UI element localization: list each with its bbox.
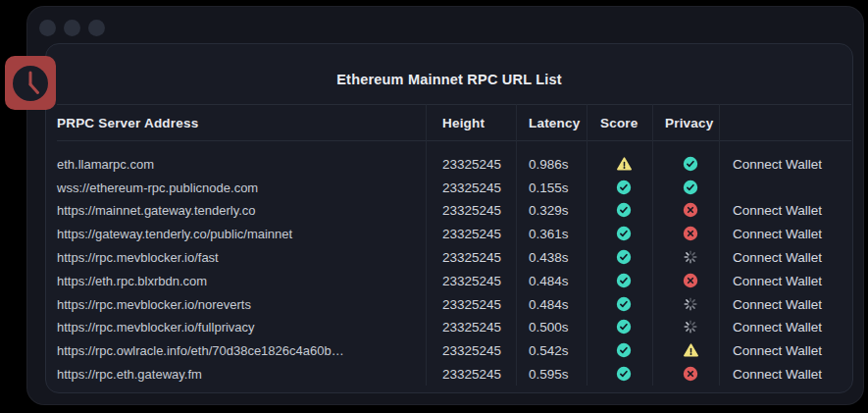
height-value: 23325245 xyxy=(442,273,501,287)
table-header-row: PRPC Server Address Height Latency Score… xyxy=(46,104,852,140)
connect-wallet-button[interactable]: Connect Wallet xyxy=(733,227,822,241)
latency-value: 0.329s xyxy=(529,203,569,218)
table-row: https://rpc.mevblocker.io/noreverts23325… xyxy=(46,292,852,316)
x-circle-icon xyxy=(683,226,698,241)
rpc-list-panel: Ethereum Mainnet RPC URL List PRPC Serve… xyxy=(45,43,853,393)
check-circle-icon xyxy=(616,249,632,265)
connect-wallet-button[interactable]: Connect Wallet xyxy=(733,296,822,311)
server-address: https://mainnet.gateway.tenderly.co xyxy=(57,203,256,218)
check-circle-icon xyxy=(616,366,632,382)
connect-wallet-button[interactable]: Connect Wallet xyxy=(733,273,822,287)
warning-triangle-icon xyxy=(683,342,699,358)
server-address: https://rpc.mevblocker.io/noreverts xyxy=(57,296,251,311)
server-address: https://rpc.owlracle.info/eth/70d38ce182… xyxy=(57,343,344,358)
latency-value: 0.438s xyxy=(529,250,569,265)
check-circle-icon xyxy=(616,273,632,288)
server-address: https://rpc.eth.gateway.fm xyxy=(57,367,202,382)
height-value: 23325245 xyxy=(442,296,501,311)
header-score: Score xyxy=(600,115,638,129)
table-row: https://rpc.mevblocker.io/fast233252450.… xyxy=(46,245,852,269)
server-address: https://rpc.mevblocker.io/fast xyxy=(57,250,219,265)
height-value: 23325245 xyxy=(442,227,501,241)
check-circle-icon xyxy=(616,342,632,358)
height-value: 23325245 xyxy=(442,250,501,265)
header-server-address: PRPC Server Address xyxy=(57,115,198,129)
height-value: 23325245 xyxy=(442,320,501,335)
table-row: https://rpc.owlracle.info/eth/70d38ce182… xyxy=(46,338,852,362)
spinner-icon xyxy=(683,319,698,335)
header-height: Height xyxy=(442,115,485,129)
connect-wallet-button[interactable]: Connect Wallet xyxy=(733,320,822,335)
page-title: Ethereum Mainnet RPC URL List xyxy=(46,72,852,87)
latency-value: 0.986s xyxy=(529,156,569,171)
connect-wallet-button[interactable]: Connect Wallet xyxy=(733,250,822,265)
connect-wallet-button[interactable]: Connect Wallet xyxy=(733,343,822,358)
connect-wallet-button[interactable]: Connect Wallet xyxy=(733,156,822,171)
check-circle-icon xyxy=(616,202,632,218)
x-circle-icon xyxy=(683,202,698,218)
latency-value: 0.484s xyxy=(529,273,569,287)
server-address: https://eth.rpc.blxrbdn.com xyxy=(57,273,207,287)
window-control-dot xyxy=(39,20,56,36)
header-bottom-divider xyxy=(57,140,851,141)
latency-value: 0.500s xyxy=(529,320,569,335)
header-latency: Latency xyxy=(529,115,580,129)
clock-badge-button[interactable] xyxy=(5,56,56,110)
height-value: 23325245 xyxy=(442,203,501,218)
window-control-dot xyxy=(64,20,80,36)
check-circle-icon xyxy=(683,180,698,195)
check-circle-icon xyxy=(683,156,698,172)
table-row: https://mainnet.gateway.tenderly.co23325… xyxy=(46,199,852,223)
check-circle-icon xyxy=(616,226,632,241)
height-value: 23325245 xyxy=(442,180,501,194)
check-circle-icon xyxy=(616,296,632,312)
warning-triangle-icon xyxy=(616,156,633,172)
table-row: wss://ethereum-rpc.publicnode.com2332524… xyxy=(46,176,852,199)
table-row: eth.llamarpc.com233252450.986sConnect Wa… xyxy=(46,152,852,176)
height-value: 23325245 xyxy=(442,343,501,358)
latency-value: 0.155s xyxy=(529,180,569,194)
server-address: https://rpc.mevblocker.io/fullprivacy xyxy=(57,320,255,335)
server-address: https://gateway.tenderly.co/public/mainn… xyxy=(57,227,292,241)
page: Ethereum Mainnet RPC URL List PRPC Serve… xyxy=(0,0,868,413)
server-address: wss://ethereum-rpc.publicnode.com xyxy=(57,180,258,194)
latency-value: 0.361s xyxy=(529,227,569,241)
spinner-icon xyxy=(683,249,698,265)
connect-wallet-button[interactable]: Connect Wallet xyxy=(733,203,822,218)
window-control-dot xyxy=(88,20,105,36)
table-row: https://rpc.eth.gateway.fm233252450.595s… xyxy=(46,362,852,386)
x-circle-icon xyxy=(683,366,698,382)
latency-value: 0.595s xyxy=(529,367,569,382)
clock-icon xyxy=(9,62,52,105)
height-value: 23325245 xyxy=(442,156,501,171)
table-row: https://gateway.tenderly.co/public/mainn… xyxy=(46,222,852,245)
header-privacy: Privacy xyxy=(665,115,713,129)
connect-wallet-button[interactable]: Connect Wallet xyxy=(733,367,822,382)
x-circle-icon xyxy=(683,273,698,288)
spinner-icon xyxy=(683,296,698,312)
check-circle-icon xyxy=(616,319,632,335)
server-address: eth.llamarpc.com xyxy=(57,156,154,171)
table-row: https://rpc.mevblocker.io/fullprivacy233… xyxy=(46,316,852,339)
latency-value: 0.484s xyxy=(529,296,569,311)
table-row: https://eth.rpc.blxrbdn.com233252450.484… xyxy=(46,269,852,292)
latency-value: 0.542s xyxy=(529,343,569,358)
window-titlebar xyxy=(39,20,105,36)
table-body: eth.llamarpc.com233252450.986sConnect Wa… xyxy=(46,152,852,386)
height-value: 23325245 xyxy=(442,367,501,382)
check-circle-icon xyxy=(616,180,632,195)
